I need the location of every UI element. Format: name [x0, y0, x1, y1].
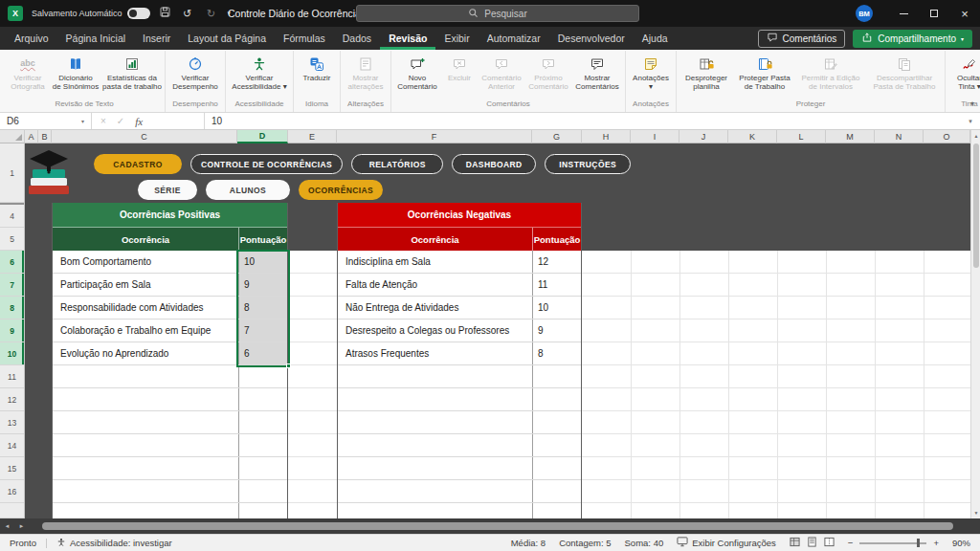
column-header-i[interactable]: I: [631, 130, 679, 143]
cell[interactable]: [238, 480, 287, 502]
select-all-button[interactable]: [0, 130, 25, 143]
cell[interactable]: [53, 503, 238, 518]
formula-input[interactable]: 10: [205, 113, 961, 129]
cell[interactable]: [338, 457, 532, 479]
scroll-up-icon[interactable]: ▲: [971, 130, 980, 142]
column-header-m[interactable]: M: [826, 130, 875, 143]
normal-view-button[interactable]: [790, 537, 800, 549]
row-header-16[interactable]: 16: [0, 480, 24, 503]
page-layout-view-button[interactable]: [807, 537, 817, 549]
accessibility-status[interactable]: Acessibilidade: investigar: [56, 538, 172, 549]
new-comment-button[interactable]: Novo Comentário: [393, 51, 441, 91]
tab-revisao[interactable]: Revisão: [380, 27, 435, 50]
undo-button[interactable]: ↺: [180, 8, 195, 20]
column-header-c[interactable]: C: [52, 130, 237, 143]
row-header-14[interactable]: 14: [0, 434, 24, 457]
cell[interactable]: [338, 388, 532, 410]
cell[interactable]: [53, 365, 238, 387]
hide-ink-button[interactable]: Ocultar Tinta ▾: [947, 51, 980, 91]
collapse-ribbon-button[interactable]: ▾: [970, 99, 974, 108]
nav-relatorios[interactable]: RELATÓRIOS: [351, 154, 443, 174]
cell[interactable]: Bom Comportamento: [53, 251, 238, 273]
horizontal-scroll-thumb[interactable]: [42, 522, 953, 530]
cell-selected[interactable]: 8: [238, 297, 287, 319]
tab-formulas[interactable]: Fórmulas: [275, 27, 334, 50]
cell[interactable]: [532, 503, 581, 518]
cell[interactable]: Evolução no Aprendizado: [53, 342, 238, 364]
nav-dashboard[interactable]: DASHBOARD: [452, 154, 536, 174]
nav-controle-de-ocorrencias[interactable]: CONTROLE DE OCORRÊNCIAS: [190, 154, 343, 174]
cell-selected[interactable]: 10: [238, 251, 287, 273]
cell[interactable]: 9: [532, 320, 581, 342]
nav-instrucoes[interactable]: INSTRUÇÕES: [545, 154, 631, 174]
tab-desenvolvedor[interactable]: Desenvolvedor: [549, 27, 634, 50]
cell[interactable]: [238, 365, 287, 387]
protect-workbook-button[interactable]: Proteger Pasta de Trabalho: [734, 51, 795, 91]
row-header-1[interactable]: 1: [0, 143, 24, 203]
row-header-12[interactable]: 12: [0, 388, 24, 411]
save-icon[interactable]: [159, 5, 171, 22]
vertical-scrollbar[interactable]: ▲ ▼: [970, 130, 980, 518]
cell[interactable]: [238, 457, 287, 479]
cell[interactable]: [338, 503, 532, 518]
cell[interactable]: Falta de Atenção: [338, 274, 532, 296]
cell[interactable]: Colaboração e Trabalho em Equipe: [53, 320, 238, 342]
zoom-in-button[interactable]: +: [933, 538, 939, 548]
tab-pagina-inicial[interactable]: Página Inicial: [57, 27, 134, 50]
show-comments-button[interactable]: Mostrar Comentários: [571, 51, 623, 91]
nav-serie[interactable]: SÉRIE: [138, 180, 197, 200]
positive-col-ocorrencia[interactable]: Ocorrência: [53, 228, 238, 251]
display-settings-button[interactable]: Exibir Configurações: [677, 537, 776, 549]
cell[interactable]: Atrasos Frequentes: [338, 342, 532, 364]
positive-col-pontuacao[interactable]: Pontuação: [238, 228, 287, 251]
notes-button[interactable]: Anotações ▾: [628, 51, 674, 91]
cell[interactable]: Responsabilidade com Atividades: [53, 297, 238, 319]
row-header-4[interactable]: 4: [0, 203, 24, 228]
unprotect-sheet-button[interactable]: Desproteger planilha: [679, 51, 734, 91]
tab-layout-da-pagina[interactable]: Layout da Página: [179, 27, 275, 50]
maximize-button[interactable]: [919, 0, 949, 27]
negative-table-title[interactable]: Ocorrências Negativas: [338, 203, 581, 228]
zoom-level[interactable]: 90%: [952, 538, 970, 548]
tab-inserir[interactable]: Inserir: [134, 27, 179, 50]
tab-automatizar[interactable]: Automatizar: [479, 27, 549, 50]
name-box[interactable]: D6 ▾: [0, 113, 92, 129]
cell[interactable]: 10: [532, 297, 581, 319]
cell[interactable]: [532, 457, 581, 479]
tab-exibir[interactable]: Exibir: [435, 27, 478, 50]
cell[interactable]: [532, 388, 581, 410]
share-button[interactable]: Compartilhamento ▾: [853, 30, 972, 48]
tab-ajuda[interactable]: Ajuda: [634, 27, 677, 50]
cell-selected[interactable]: 9: [238, 274, 287, 296]
positive-table-title[interactable]: Ocorrências Positivas: [53, 203, 287, 228]
row-header-7[interactable]: 7: [0, 274, 24, 297]
search-input[interactable]: Pesquisar: [356, 5, 639, 22]
thesaurus-button[interactable]: Dicionário de Sinônimos: [50, 51, 101, 91]
column-header-j[interactable]: J: [679, 130, 728, 143]
minimize-button[interactable]: [888, 0, 919, 27]
sheet-scroll-right-icon[interactable]: ►: [14, 523, 29, 529]
cell[interactable]: [532, 411, 581, 433]
cell[interactable]: [238, 388, 287, 410]
close-button[interactable]: ×: [949, 0, 980, 27]
zoom-slider[interactable]: [859, 542, 926, 544]
insert-function-button[interactable]: fx: [135, 116, 143, 127]
zoom-out-button[interactable]: −: [848, 538, 854, 548]
autosave-toggle[interactable]: [127, 8, 150, 19]
column-header-k[interactable]: K: [728, 130, 777, 143]
cell-selected[interactable]: 7: [238, 320, 287, 342]
row-header-6[interactable]: 6: [0, 251, 24, 274]
nav-cadastro[interactable]: CADASTRO: [94, 154, 182, 174]
expand-formula-bar-button[interactable]: ▾: [961, 113, 980, 129]
cell[interactable]: [238, 411, 287, 433]
workbook-statistics-button[interactable]: Estatísticas da pasta de trabalho: [101, 51, 163, 91]
row-header-13[interactable]: 13: [0, 411, 24, 434]
column-header-d[interactable]: D: [237, 130, 288, 143]
column-header-n[interactable]: N: [875, 130, 924, 143]
column-header-g[interactable]: G: [532, 130, 582, 143]
comments-button[interactable]: Comentários: [758, 30, 846, 48]
vertical-scroll-thumb[interactable]: [973, 143, 979, 268]
cell[interactable]: [532, 480, 581, 502]
check-accessibility-button[interactable]: Verificar Acessibilidade ▾: [228, 51, 291, 91]
cell[interactable]: 12: [532, 251, 581, 273]
